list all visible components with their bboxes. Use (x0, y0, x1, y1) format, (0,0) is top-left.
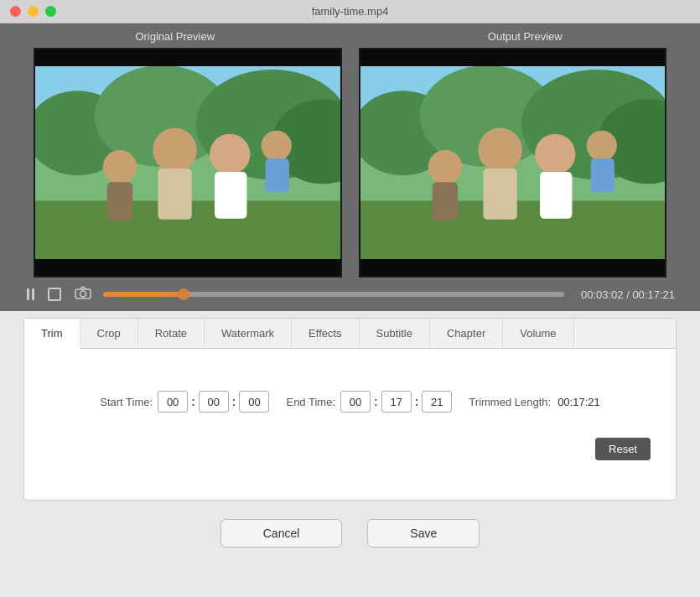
output-preview-label: Output Preview (350, 30, 701, 43)
output-video (359, 48, 667, 278)
original-preview-label: Original Preview (0, 30, 350, 43)
end-sep1: : (374, 395, 378, 408)
progress-fill (103, 292, 184, 297)
start-time-group: Start Time: : : (100, 391, 269, 413)
svg-point-31 (80, 291, 86, 297)
tab-effects[interactable]: Effects (292, 319, 360, 348)
tab-panel: Trim Crop Rotate Watermark Effects Subti… (23, 318, 677, 501)
cancel-button[interactable]: Cancel (220, 519, 343, 548)
start-minutes-input[interactable] (199, 391, 229, 413)
preview-videos (0, 48, 700, 278)
output-bottom-bar (360, 259, 666, 276)
start-hours-input[interactable] (158, 391, 188, 413)
bottom-buttons: Cancel Save (0, 507, 700, 559)
end-time-inputs: : : (340, 391, 452, 413)
tab-rotate[interactable]: Rotate (138, 319, 205, 348)
output-scene (360, 66, 666, 259)
svg-point-13 (262, 131, 292, 161)
window-controls[interactable] (10, 6, 56, 17)
preview-area: Original Preview Output Preview (0, 23, 700, 311)
camera-icon (75, 286, 91, 303)
output-scene-svg (360, 66, 666, 259)
minimize-button[interactable] (28, 6, 39, 17)
svg-point-9 (153, 128, 197, 173)
original-top-bar (35, 49, 340, 66)
pause-bar-left (27, 288, 29, 300)
output-video-frame (360, 66, 666, 259)
tab-chapter[interactable]: Chapter (430, 319, 503, 348)
stop-button[interactable] (46, 286, 63, 303)
original-video-frame (35, 66, 340, 259)
window-title: family-time.mp4 (312, 5, 389, 18)
tab-trim[interactable]: Trim (24, 319, 80, 349)
svg-point-7 (103, 150, 137, 184)
trimmed-length-group: Trimmed Length: 00:17:21 (469, 396, 599, 408)
end-minutes-input[interactable] (381, 391, 412, 413)
original-video (34, 48, 342, 278)
svg-rect-27 (540, 172, 572, 219)
end-hours-input[interactable] (340, 391, 371, 413)
original-scene-svg (35, 66, 340, 259)
title-bar: family-time.mp4 (0, 0, 700, 23)
start-sep1: : (191, 395, 195, 408)
reset-button[interactable]: Reset (595, 438, 651, 460)
svg-rect-14 (266, 158, 289, 192)
svg-rect-10 (158, 169, 191, 220)
tab-content-trim: Start Time: : : End Time: : (24, 349, 676, 500)
original-scene (35, 66, 340, 259)
time-display: 00:03:02 / 00:17:21 (581, 288, 675, 301)
maximize-button[interactable] (45, 6, 56, 17)
tab-subtitle[interactable]: Subtitle (360, 319, 430, 348)
svg-point-11 (210, 134, 250, 174)
trimmed-length-value: 00:17:21 (557, 396, 600, 408)
trimmed-length-label: Trimmed Length: (469, 396, 551, 408)
svg-point-24 (478, 128, 522, 173)
time-row: Start Time: : : End Time: : (41, 391, 659, 413)
preview-labels: Original Preview Output Preview (0, 23, 700, 48)
svg-rect-12 (215, 172, 246, 219)
close-button[interactable] (10, 6, 21, 17)
svg-rect-23 (432, 182, 457, 220)
save-button[interactable]: Save (367, 519, 480, 548)
pause-button[interactable] (25, 287, 36, 302)
svg-rect-29 (590, 158, 614, 192)
screenshot-button[interactable] (73, 284, 93, 304)
svg-rect-8 (107, 182, 132, 220)
start-time-label: Start Time: (100, 396, 153, 408)
progress-thumb[interactable] (178, 288, 189, 300)
reset-row: Reset (41, 429, 659, 465)
progress-bar[interactable] (103, 292, 564, 297)
output-top-bar (360, 49, 666, 66)
svg-point-28 (586, 131, 616, 161)
start-time-inputs: : : (158, 391, 269, 413)
trim-content: Start Time: : : End Time: : (41, 374, 659, 465)
svg-rect-25 (483, 169, 516, 220)
svg-point-26 (535, 134, 575, 174)
end-time-label: End Time: (286, 396, 335, 408)
tab-watermark[interactable]: Watermark (205, 319, 292, 348)
controls-bar: 00:03:02 / 00:17:21 (0, 278, 700, 311)
end-seconds-input[interactable] (422, 391, 452, 413)
original-bottom-bar (35, 259, 340, 276)
stop-icon (48, 288, 61, 301)
tab-volume[interactable]: Volume (503, 319, 573, 348)
end-time-group: End Time: : : (286, 391, 452, 413)
pause-bar-right (32, 288, 34, 300)
tabs: Trim Crop Rotate Watermark Effects Subti… (24, 319, 676, 349)
start-seconds-input[interactable] (239, 391, 269, 413)
pause-icon (27, 288, 34, 300)
end-sep2: : (415, 395, 419, 408)
svg-point-22 (428, 150, 461, 184)
start-sep2: : (232, 395, 236, 408)
tab-crop[interactable]: Crop (80, 319, 138, 348)
